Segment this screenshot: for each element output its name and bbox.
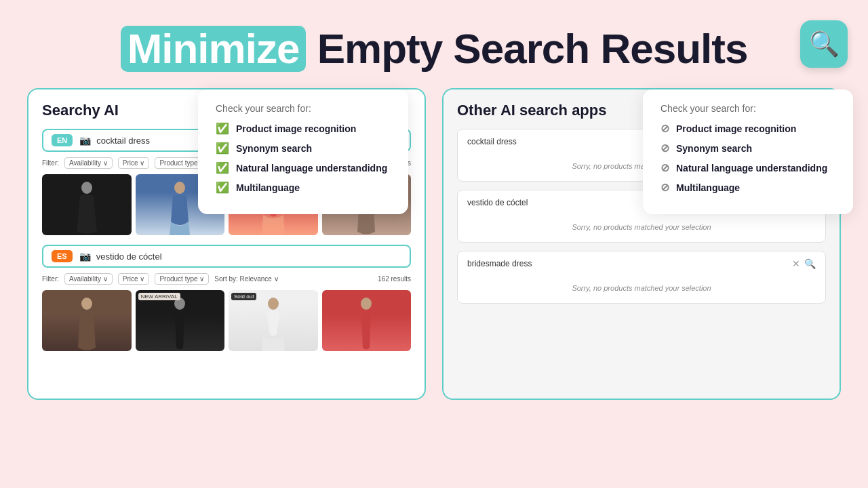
- actions-3: ✕ 🔍: [792, 258, 816, 269]
- main-content: Check your search for: ✅ Product image r…: [0, 88, 868, 400]
- clear-icon-3[interactable]: ✕: [792, 258, 800, 269]
- app-icon: 🔍: [800, 20, 848, 68]
- filter-price-es[interactable]: Price ∨: [118, 273, 150, 285]
- product-card-7: Sold out: [229, 290, 318, 351]
- left-panel: Check your search for: ✅ Product image r…: [27, 88, 426, 400]
- feature-label-r1: Product image recognition: [676, 123, 796, 134]
- feature-label-1: Product image recognition: [236, 123, 356, 134]
- product-card-8: [322, 290, 412, 351]
- filter-label-es: Filter:: [42, 275, 59, 283]
- app-icon-emoji: 🔍: [809, 30, 840, 58]
- cross-icon-1: ⊘: [660, 122, 669, 135]
- filter-availability-en[interactable]: Availability ∨: [64, 157, 113, 169]
- no-results-2: Sorry, no products matched your selectio…: [467, 214, 816, 235]
- feature-item-3: ✅ Natural language understandidng: [216, 161, 391, 174]
- feature-label-r2: Synonym search: [676, 143, 752, 154]
- title-highlight: Minimize: [121, 26, 307, 72]
- check-icon-4: ✅: [216, 181, 229, 194]
- svg-point-4: [81, 298, 92, 310]
- feature-box-left-title: Check your search for:: [216, 103, 391, 114]
- feature-item-4: ✅ Multilanguage: [216, 181, 391, 194]
- search-bar-es[interactable]: ES 📷 vestido de cóctel: [42, 245, 411, 268]
- header: Minimize Empty Search Results 🔍: [0, 0, 868, 88]
- filter-label-en: Filter:: [42, 159, 59, 167]
- lang-badge-es: ES: [52, 250, 73, 262]
- query-text-2: vestido de cóctel: [467, 198, 528, 207]
- cross-icon-4: ⊘: [660, 181, 669, 194]
- feature-label-2: Synonym search: [236, 143, 312, 154]
- svg-point-6: [268, 298, 279, 310]
- feature-item-r2: ⊘ Synonym search: [660, 142, 835, 155]
- feature-label-4: Multilanguage: [236, 182, 300, 193]
- svg-point-1: [174, 182, 185, 194]
- cross-icon-3: ⊘: [660, 161, 669, 174]
- sort-label-es: Sort by: Relevance ∨: [214, 275, 278, 283]
- feature-label-3: Natural language understandidng: [236, 163, 387, 174]
- filter-price-en[interactable]: Price ∨: [118, 157, 150, 169]
- feature-box-right-title: Check your search for:: [660, 103, 835, 114]
- results-count-es: 162 results: [378, 275, 411, 283]
- check-icon-3: ✅: [216, 161, 229, 174]
- feature-item-2: ✅ Synonym search: [216, 142, 391, 155]
- product-grid-es: NEW ARRIVAL Sold out: [42, 290, 411, 351]
- filter-availability-es[interactable]: Availability ∨: [64, 273, 113, 285]
- right-panel: Check your search for: ⊘ Product image r…: [442, 88, 841, 400]
- camera-icon-es: 📷: [79, 251, 91, 262]
- feature-item-r3: ⊘ Natural language understandidng: [660, 161, 835, 174]
- filter-type-es[interactable]: Product type ∨: [155, 273, 209, 285]
- new-arrival-tag: NEW ARRIVAL: [138, 293, 180, 300]
- query-text-3: bridesmade dress: [467, 259, 532, 268]
- search-query-es: vestido de cóctel: [96, 251, 162, 262]
- lang-badge-en: EN: [52, 134, 73, 146]
- feature-label-r4: Multilanguage: [676, 182, 740, 193]
- no-results-3: Sorry, no products matched your selectio…: [467, 274, 816, 296]
- svg-point-0: [81, 182, 92, 194]
- svg-point-7: [361, 298, 372, 310]
- search-icon-3[interactable]: 🔍: [804, 258, 816, 269]
- feature-box-right: Check your search for: ⊘ Product image r…: [643, 89, 853, 214]
- feature-item-r1: ⊘ Product image recognition: [660, 122, 835, 135]
- feature-item-r4: ⊘ Multilanguage: [660, 181, 835, 194]
- feature-label-r3: Natural language understandidng: [676, 163, 827, 174]
- feature-item-1: ✅ Product image recognition: [216, 122, 391, 135]
- check-icon-2: ✅: [216, 142, 229, 155]
- product-card-1: [42, 174, 132, 235]
- page-title: Minimize Empty Search Results: [0, 26, 868, 72]
- product-card-5: [42, 290, 132, 351]
- check-icon-1: ✅: [216, 122, 229, 135]
- query-3: bridesmade dress ✕ 🔍: [467, 258, 816, 269]
- product-card-6: NEW ARRIVAL: [136, 290, 225, 351]
- sold-out-tag: Sold out: [231, 293, 256, 300]
- filter-row-es: Filter: Availability ∨ Price ∨ Product t…: [42, 273, 411, 285]
- search-query-en: cocktail dress: [96, 136, 150, 146]
- feature-box-left: Check your search for: ✅ Product image r…: [198, 89, 408, 214]
- search-result-3: bridesmade dress ✕ 🔍 Sorry, no products …: [457, 251, 826, 304]
- cross-icon-2: ⊘: [660, 142, 669, 155]
- query-text-1: cocktail dress: [467, 137, 517, 146]
- camera-icon-en: 📷: [79, 135, 91, 146]
